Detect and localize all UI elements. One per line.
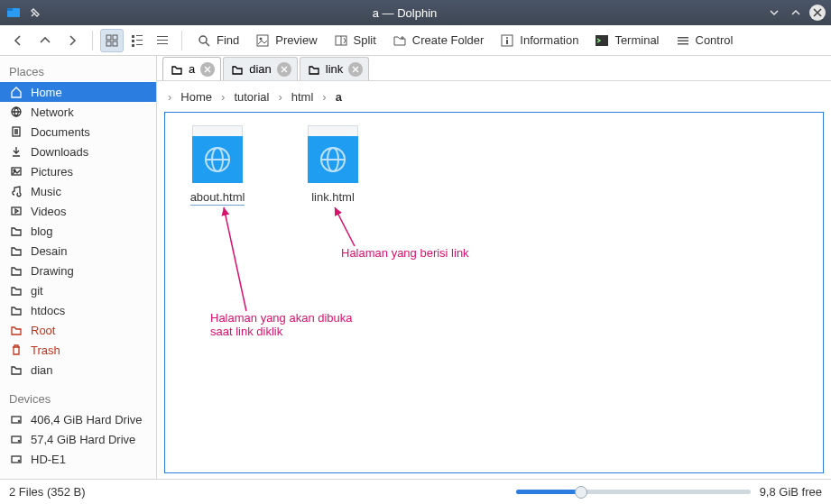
sidebar-item-music[interactable]: Music bbox=[0, 181, 156, 201]
tab-link[interactable]: link bbox=[300, 57, 370, 80]
chevron-right-icon: › bbox=[219, 90, 226, 104]
sidebar-item-documents[interactable]: Documents bbox=[0, 122, 156, 142]
svg-rect-13 bbox=[157, 40, 168, 41]
pictures-icon bbox=[9, 164, 23, 179]
sidebar-item-pictures[interactable]: Pictures bbox=[0, 161, 156, 181]
sidebar-item-dian[interactable]: dian bbox=[0, 360, 156, 380]
svg-rect-1 bbox=[7, 8, 13, 11]
app-icon bbox=[5, 5, 22, 21]
file-name: link.html bbox=[311, 190, 355, 204]
sidebar-item-blog[interactable]: blog bbox=[0, 221, 156, 241]
file-item[interactable]: about.html bbox=[178, 125, 257, 206]
create-folder-icon bbox=[392, 33, 407, 48]
sidebar-device-item[interactable]: HD-E1 bbox=[0, 449, 156, 469]
split-button[interactable]: Split bbox=[327, 29, 383, 52]
zoom-slider[interactable] bbox=[516, 490, 751, 494]
svg-rect-5 bbox=[113, 41, 117, 46]
tab-bar: adianlink bbox=[157, 56, 831, 81]
videos-icon bbox=[9, 204, 23, 218]
split-label: Split bbox=[354, 33, 376, 47]
sidebar-item-network[interactable]: Network bbox=[0, 102, 156, 122]
sidebar-item-desain[interactable]: Desain bbox=[0, 241, 156, 261]
find-button[interactable]: Find bbox=[189, 29, 246, 52]
sidebar-item-label: Pictures bbox=[31, 165, 73, 179]
create-folder-button[interactable]: Create Folder bbox=[385, 29, 491, 52]
icons-view-button[interactable] bbox=[100, 29, 124, 52]
folder-icon bbox=[9, 263, 23, 278]
sidebar-item-label: dian bbox=[31, 363, 53, 377]
pin-icon[interactable] bbox=[27, 5, 43, 21]
documents-icon bbox=[9, 124, 23, 139]
svg-point-17 bbox=[260, 37, 263, 40]
tab-close-button[interactable] bbox=[277, 62, 291, 77]
up-button[interactable] bbox=[32, 29, 58, 52]
svg-rect-3 bbox=[113, 35, 117, 40]
sidebar-device-item[interactable]: 406,4 GiB Hard Drive bbox=[0, 409, 156, 429]
sidebar-item-trash[interactable]: Trash bbox=[0, 340, 156, 360]
sidebar-item-drawing[interactable]: Drawing bbox=[0, 261, 156, 280]
tab-close-button[interactable] bbox=[200, 62, 215, 77]
details-view-button[interactable] bbox=[151, 29, 174, 52]
places-heading: Places bbox=[0, 60, 156, 82]
svg-rect-14 bbox=[157, 43, 168, 44]
chevron-right-icon: › bbox=[320, 90, 328, 104]
sidebar-item-downloads[interactable]: Downloads bbox=[0, 142, 156, 161]
preview-label: Preview bbox=[275, 33, 317, 47]
forward-button[interactable] bbox=[60, 29, 85, 52]
sidebar-device-item[interactable]: 57,4 GiB Hard Drive bbox=[0, 429, 156, 449]
breadcrumb-item[interactable]: Home bbox=[175, 88, 217, 105]
svg-rect-2 bbox=[106, 35, 111, 40]
create-folder-label: Create Folder bbox=[412, 33, 484, 47]
breadcrumb-item[interactable]: html bbox=[286, 88, 319, 105]
free-space-text: 9,8 GiB free bbox=[760, 485, 822, 499]
breadcrumb-item[interactable]: tutorial bbox=[228, 88, 274, 105]
information-button[interactable]: Information bbox=[493, 29, 586, 52]
svg-line-39 bbox=[335, 207, 355, 246]
preview-icon bbox=[255, 33, 270, 48]
svg-rect-6 bbox=[132, 35, 134, 38]
terminal-button[interactable]: Terminal bbox=[587, 29, 666, 52]
sidebar-item-root[interactable]: Root bbox=[0, 320, 156, 340]
status-text: 2 Files (352 B) bbox=[9, 485, 86, 499]
folder-icon bbox=[9, 283, 23, 298]
back-button[interactable] bbox=[5, 29, 31, 52]
drive-icon bbox=[9, 432, 23, 446]
information-icon bbox=[500, 33, 514, 48]
control-button[interactable]: Control bbox=[669, 29, 741, 52]
terminal-icon bbox=[595, 33, 609, 48]
svg-point-21 bbox=[506, 37, 508, 39]
sidebar-item-htdocs[interactable]: htdocs bbox=[0, 300, 156, 320]
minimize-button[interactable] bbox=[766, 5, 782, 21]
tab-dian[interactable]: dian bbox=[223, 57, 298, 80]
sidebar-item-home[interactable]: Home bbox=[0, 82, 156, 102]
file-item[interactable]: link.html bbox=[293, 125, 373, 206]
home-icon bbox=[9, 85, 23, 99]
find-label: Find bbox=[217, 33, 239, 47]
chevron-right-icon: › bbox=[166, 90, 173, 104]
information-label: Information bbox=[520, 33, 578, 47]
svg-rect-26 bbox=[678, 43, 688, 45]
sidebar-item-label: blog bbox=[31, 225, 53, 238]
annotation-text-1: Halaman yang akan dibuka saat link dikli… bbox=[210, 311, 400, 338]
maximize-button[interactable] bbox=[788, 5, 804, 21]
tab-a[interactable]: a bbox=[162, 57, 221, 80]
svg-point-15 bbox=[199, 36, 207, 43]
close-button[interactable] bbox=[809, 5, 826, 21]
breadcrumb-item[interactable]: a bbox=[330, 88, 347, 105]
window-title: a — Dolphin bbox=[43, 6, 766, 20]
preview-button[interactable]: Preview bbox=[248, 29, 324, 52]
trash-icon bbox=[9, 343, 23, 357]
svg-rect-10 bbox=[132, 44, 134, 47]
folder-icon bbox=[9, 362, 23, 377]
sidebar-item-label: Drawing bbox=[31, 264, 74, 278]
svg-rect-23 bbox=[596, 35, 608, 46]
sidebar-item-label: htdocs bbox=[31, 304, 65, 317]
search-icon bbox=[197, 33, 211, 48]
compact-view-button[interactable] bbox=[125, 29, 149, 52]
sidebar-item-git[interactable]: git bbox=[0, 280, 156, 300]
tab-close-button[interactable] bbox=[348, 62, 363, 77]
folder-icon bbox=[231, 63, 244, 76]
file-view[interactable]: about.htmllink.html Halaman yang akan di… bbox=[164, 112, 824, 473]
file-name: about.html bbox=[190, 190, 245, 206]
sidebar-item-videos[interactable]: Videos bbox=[0, 201, 156, 221]
